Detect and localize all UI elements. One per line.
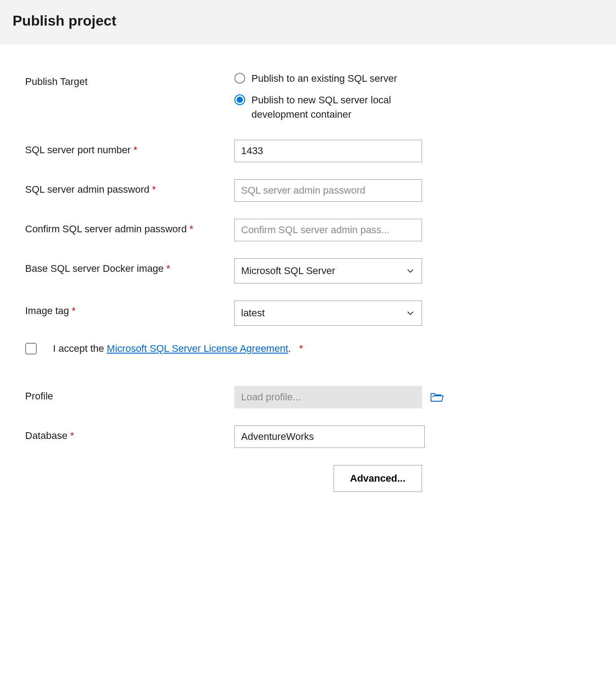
image-tag-value: latest — [234, 301, 422, 326]
license-text: I accept the Microsoft SQL Server Licens… — [53, 343, 303, 354]
database-row: Database* — [25, 425, 591, 448]
required-indicator: * — [133, 144, 137, 155]
button-row: Advanced... — [25, 465, 422, 492]
required-indicator: * — [299, 343, 303, 354]
required-indicator: * — [152, 184, 156, 195]
docker-image-label: Base SQL server Docker image* — [25, 258, 234, 275]
radio-new-container[interactable]: Publish to new SQL server local developm… — [234, 93, 440, 122]
docker-image-select[interactable]: Microsoft SQL Server — [234, 258, 422, 284]
port-label: SQL server port number* — [25, 140, 234, 156]
license-checkbox[interactable] — [25, 343, 37, 354]
required-indicator: * — [167, 263, 171, 274]
radio-existing-server[interactable]: Publish to an existing SQL server — [234, 71, 440, 86]
publish-target-options: Publish to an existing SQL server Publis… — [234, 71, 591, 122]
docker-image-row: Base SQL server Docker image* Microsoft … — [25, 258, 591, 284]
required-indicator: * — [72, 305, 76, 316]
profile-label: Profile — [25, 386, 234, 402]
radio-new-container-label: Publish to new SQL server local developm… — [251, 93, 440, 122]
required-indicator: * — [70, 430, 74, 441]
publish-target-label: Publish Target — [25, 71, 234, 88]
license-row: I accept the Microsoft SQL Server Licens… — [25, 343, 591, 354]
image-tag-label: Image tag* — [25, 301, 234, 317]
radio-unchecked-icon — [234, 73, 245, 84]
profile-input — [234, 386, 422, 408]
publish-target-row: Publish Target Publish to an existing SQ… — [25, 71, 591, 122]
admin-password-input[interactable] — [234, 179, 422, 202]
docker-image-value: Microsoft SQL Server — [234, 258, 422, 284]
profile-row: Profile — [25, 386, 591, 408]
dialog-content: Publish Target Publish to an existing SQ… — [0, 44, 616, 510]
license-agreement-link[interactable]: Microsoft SQL Server License Agreement — [107, 343, 288, 354]
admin-password-label: SQL server admin password* — [25, 179, 234, 195]
admin-password-row: SQL server admin password* — [25, 179, 591, 202]
folder-open-icon[interactable] — [430, 392, 444, 403]
image-tag-row: Image tag* latest — [25, 301, 591, 326]
port-input[interactable] — [234, 140, 422, 162]
required-indicator: * — [189, 223, 194, 235]
image-tag-select[interactable]: latest — [234, 301, 422, 326]
port-row: SQL server port number* — [25, 140, 591, 162]
database-input[interactable] — [234, 425, 425, 448]
radio-checked-icon — [234, 94, 245, 105]
database-label: Database* — [25, 425, 234, 442]
radio-existing-server-label: Publish to an existing SQL server — [251, 71, 397, 86]
confirm-password-input[interactable] — [234, 219, 422, 241]
confirm-password-row: Confirm SQL server admin password* — [25, 219, 591, 241]
confirm-password-label: Confirm SQL server admin password* — [25, 219, 234, 235]
dialog-title: Publish project — [13, 13, 603, 29]
advanced-button[interactable]: Advanced... — [334, 465, 422, 492]
dialog-header: Publish project — [0, 0, 616, 44]
